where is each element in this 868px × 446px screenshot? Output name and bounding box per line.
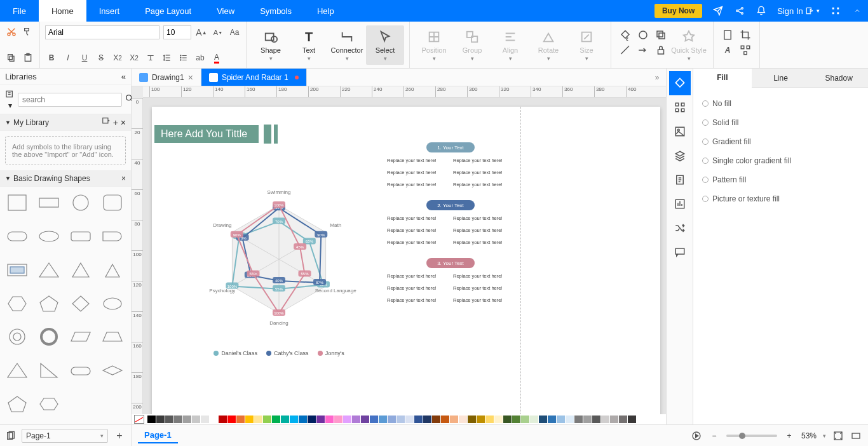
crop-icon[interactable] [738, 28, 753, 42]
color-swatch[interactable] [477, 416, 485, 423]
color-swatch[interactable] [334, 416, 342, 423]
page[interactable]: Here Add You Tittle SwimmingMathSecond L… [152, 107, 660, 414]
color-swatch[interactable] [512, 416, 520, 423]
send-icon[interactable] [707, 0, 729, 22]
shape-tool[interactable]: Shape▾ [252, 25, 290, 65]
tab-spider-radar[interactable]: Spider And Radar 1 [201, 69, 307, 86]
color-swatch[interactable] [459, 416, 467, 423]
color-swatch[interactable] [441, 416, 449, 423]
text-placeholder[interactable]: Replace your text here!Replace your text… [387, 215, 514, 221]
change-case-icon[interactable]: Aa [228, 26, 241, 39]
shape-pentagon2[interactable] [4, 392, 31, 416]
color-swatch[interactable] [343, 416, 351, 423]
share-icon[interactable] [729, 0, 750, 22]
rp-tab-shadow[interactable]: Shadow [810, 69, 868, 87]
color-swatch[interactable] [566, 416, 574, 423]
color-swatch[interactable] [263, 416, 271, 423]
zoom-in-icon[interactable]: + [783, 430, 795, 442]
page-setup-icon[interactable] [720, 28, 735, 42]
color-swatch[interactable] [405, 416, 414, 423]
tab-drawing1[interactable]: Drawing1× [132, 69, 201, 86]
position-tool[interactable]: Position▾ [415, 25, 453, 65]
menu-file[interactable]: File [0, 0, 39, 22]
shape-circle[interactable] [67, 191, 94, 215]
shape-rounded-square[interactable] [99, 191, 126, 215]
color-swatch[interactable] [450, 416, 458, 423]
color-swatch[interactable] [423, 416, 431, 423]
shape-rounded-rect2[interactable] [67, 224, 94, 248]
shape-hexagon[interactable] [4, 292, 31, 316]
color-swatch[interactable] [183, 416, 191, 423]
text-placeholder[interactable]: Replace your text here!Replace your text… [387, 170, 514, 175]
lock-icon[interactable] [653, 43, 668, 57]
shape-rhombus[interactable] [99, 358, 126, 382]
lowercase-icon[interactable]: ab [194, 51, 207, 64]
color-swatch[interactable] [610, 416, 618, 423]
strikethrough-icon[interactable]: S [95, 51, 107, 64]
color-swatch[interactable] [494, 416, 503, 423]
shape-donut[interactable] [36, 325, 62, 349]
color-swatch[interactable] [592, 416, 600, 423]
color-swatch[interactable] [548, 416, 556, 423]
color-swatch[interactable] [557, 416, 565, 423]
signin-button[interactable]: Sign In ▾ [772, 0, 825, 22]
page-select[interactable]: Page-1▾ [22, 429, 108, 443]
color-swatch[interactable] [414, 416, 423, 423]
subscript-icon[interactable]: X2 [128, 51, 140, 64]
no-color-swatch[interactable] [134, 415, 144, 424]
expand-right-icon[interactable]: » [648, 69, 666, 86]
menu-symbols[interactable]: Symbols [247, 0, 304, 22]
color-swatch[interactable] [583, 416, 592, 423]
quick-style-tool[interactable]: Quick Style▾ [670, 25, 708, 65]
line-spacing-icon[interactable] [161, 51, 173, 64]
close-tab-icon[interactable]: × [188, 72, 193, 83]
fit-page-icon[interactable] [832, 430, 844, 442]
connector-tool[interactable]: Connector▾ [328, 25, 366, 65]
color-swatch[interactable] [156, 416, 165, 423]
color-swatch[interactable] [201, 416, 209, 423]
color-swatch[interactable] [281, 416, 289, 423]
fit-width-icon[interactable] [850, 430, 862, 442]
cut-icon[interactable] [5, 25, 18, 38]
bell-icon[interactable] [750, 0, 772, 22]
library-menu-icon[interactable]: ▾ [5, 89, 15, 110]
apps-icon[interactable] [825, 0, 846, 22]
color-swatch[interactable] [503, 416, 512, 423]
shape-square[interactable] [4, 191, 31, 215]
layers-panel-icon[interactable] [669, 144, 691, 168]
page-title[interactable]: Here Add You Tittle [154, 125, 259, 143]
section-pill[interactable]: 3. Your Text [426, 258, 475, 268]
canvas-scroll[interactable]: Here Add You Tittle SwimmingMathSecond L… [143, 98, 666, 414]
shape-diamond[interactable] [67, 292, 94, 316]
italic-icon[interactable]: I [62, 51, 74, 64]
align-tool[interactable]: Align▾ [491, 25, 529, 65]
fill-option[interactable]: Pattern fill [702, 170, 859, 189]
text-placeholder[interactable]: Replace your text here!Replace your text… [387, 227, 514, 233]
format-painter-icon[interactable] [22, 25, 34, 38]
color-swatch[interactable] [299, 416, 307, 423]
font-select[interactable] [45, 25, 159, 39]
color-swatch[interactable] [245, 416, 254, 423]
underline-icon[interactable]: U [78, 51, 91, 64]
color-swatch[interactable] [370, 416, 378, 423]
buy-now-button[interactable]: Buy Now [654, 4, 702, 18]
color-swatch[interactable] [210, 416, 218, 423]
shape-stadium[interactable] [67, 358, 94, 382]
shape-hexagon2[interactable] [36, 392, 62, 416]
fill-color-icon[interactable] [618, 28, 633, 42]
rp-tab-line[interactable]: Line [752, 69, 810, 87]
fill-option[interactable]: Solid fill [702, 113, 859, 132]
font-color-icon[interactable]: A [210, 51, 223, 64]
shape-trapezoid[interactable] [99, 325, 126, 349]
shape-right-triangle[interactable] [36, 358, 62, 382]
page-tab[interactable]: Page-1 [138, 428, 178, 443]
select-tool[interactable]: Select▾ [366, 25, 404, 65]
color-swatch[interactable] [485, 416, 494, 423]
color-swatch[interactable] [272, 416, 280, 423]
copy-icon[interactable] [5, 51, 18, 64]
fill-panel-icon[interactable] [669, 71, 691, 95]
superscript-icon[interactable]: X2 [111, 51, 124, 64]
color-swatch[interactable] [147, 416, 156, 423]
text-placeholder[interactable]: Replace your text here!Replace your text… [387, 158, 514, 163]
color-swatch[interactable] [379, 416, 387, 423]
